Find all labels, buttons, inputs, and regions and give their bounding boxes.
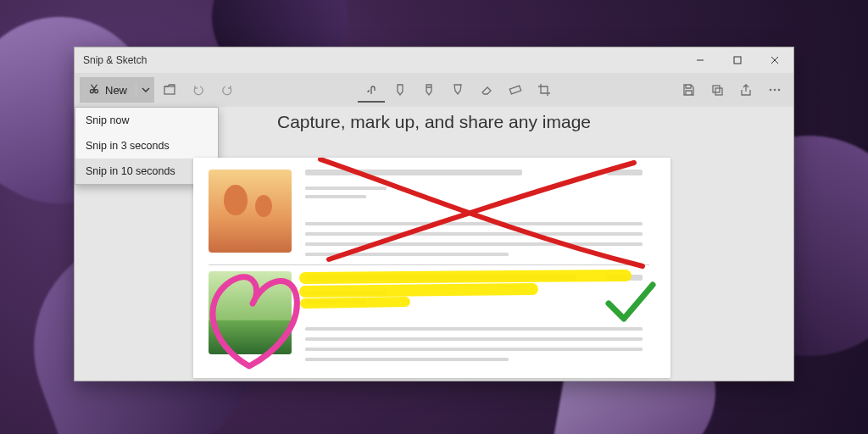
svg-rect-8 (713, 86, 720, 92)
app-window: Snip & Sketch (74, 47, 794, 381)
sample-thumbnail-2 (209, 271, 292, 354)
crop-button[interactable] (531, 77, 558, 103)
checkmark-annotation (609, 285, 653, 319)
more-button[interactable] (761, 77, 788, 103)
copy-button[interactable] (704, 77, 731, 103)
maximize-button[interactable] (719, 47, 756, 73)
menu-item-snip-now[interactable]: Snip now (75, 108, 218, 133)
svg-rect-7 (509, 86, 520, 94)
minimize-button[interactable] (682, 47, 719, 73)
ballpoint-pen-button[interactable] (387, 77, 414, 103)
new-snip-icon (88, 83, 100, 97)
ruler-button[interactable] (502, 77, 529, 103)
svg-point-10 (770, 89, 772, 92)
window-title: Snip & Sketch (83, 54, 147, 66)
pencil-button[interactable] (415, 77, 442, 103)
menu-item-label: Snip in 3 seconds (86, 140, 170, 152)
new-button-label: New (105, 84, 127, 97)
undo-button[interactable] (185, 77, 212, 103)
touch-writing-button[interactable] (358, 77, 385, 103)
highlighter-button[interactable] (444, 77, 471, 103)
chevron-down-icon (142, 84, 150, 97)
svg-rect-6 (164, 86, 175, 94)
eraser-button[interactable] (473, 77, 500, 103)
toolbar: New (75, 73, 793, 107)
new-dropdown-caret[interactable] (136, 84, 154, 97)
new-split-button[interactable]: New (80, 77, 154, 103)
svg-point-12 (778, 89, 781, 92)
menu-item-label: Snip in 10 seconds (86, 165, 175, 177)
svg-rect-1 (734, 57, 741, 64)
new-button[interactable]: New (80, 83, 136, 97)
sample-canvas (193, 158, 670, 378)
svg-rect-9 (715, 88, 722, 95)
svg-point-11 (774, 89, 776, 92)
open-file-button[interactable] (156, 77, 183, 103)
menu-item-label: Snip now (86, 114, 129, 126)
close-button[interactable] (756, 47, 793, 73)
redo-button[interactable] (214, 77, 241, 103)
title-bar: Snip & Sketch (75, 47, 793, 73)
share-button[interactable] (732, 77, 760, 103)
menu-item-snip-3s[interactable]: Snip in 3 seconds (75, 133, 218, 159)
sample-thumbnail-1 (209, 170, 292, 253)
desktop-wallpaper: Snip & Sketch (0, 0, 868, 434)
save-button[interactable] (675, 77, 702, 103)
window-controls (682, 47, 793, 73)
